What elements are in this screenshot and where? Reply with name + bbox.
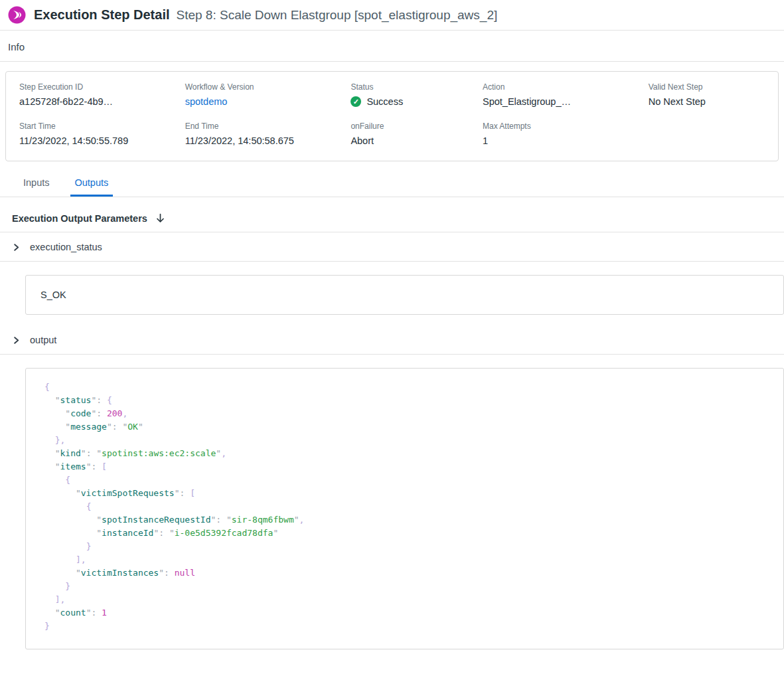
field-label: End Time: [185, 122, 351, 131]
workflow-link[interactable]: spotdemo: [185, 96, 228, 107]
field-action: Action Spot_Elastigroup_…: [483, 82, 649, 107]
field-value: Abort: [351, 135, 483, 146]
field-step-execution-id: Step Execution ID a125728f-6b22-4b9…: [19, 82, 185, 107]
field-workflow-version: Workflow & Version spotdemo: [185, 82, 351, 107]
output-parameters-title: Execution Output Parameters: [12, 213, 147, 224]
execution-status-value: S_OK: [25, 275, 784, 315]
header-titles: Execution Step Detail Step 8: Scale Down…: [34, 7, 497, 23]
tab-inputs[interactable]: Inputs: [19, 171, 54, 197]
output-json-box: { "status": { "code": 200, "message": "O…: [25, 368, 784, 649]
section-output[interactable]: output: [0, 325, 784, 355]
field-value: 11/23/2022, 14:50:55.789: [19, 135, 185, 146]
field-onfailure: onFailure Abort: [351, 122, 483, 146]
success-check-icon: ✓: [351, 96, 361, 107]
page-subtitle: Step 8: Scale Down Elastgroup [spot_elas…: [177, 8, 498, 23]
field-value: 11/23/2022, 14:50:58.675: [185, 135, 351, 146]
app-logo-icon: [8, 6, 26, 24]
field-label: Max Attempts: [483, 122, 649, 131]
info-heading: Info: [0, 31, 784, 62]
field-label: Valid Next Step: [649, 82, 773, 92]
field-valid-next-step: Valid Next Step No Next Step: [649, 82, 773, 107]
field-label: Action: [483, 82, 649, 92]
section-name[interactable]: execution_status: [30, 242, 102, 252]
field-status: Status ✓ Success: [351, 82, 483, 107]
page-title: Execution Step Detail: [34, 7, 170, 23]
app-header: Execution Step Detail Step 8: Scale Down…: [0, 0, 784, 31]
download-arrow-icon[interactable]: [155, 213, 165, 224]
field-end-time: End Time 11/23/2022, 14:50:58.675: [185, 122, 351, 146]
field-label: Start Time: [19, 122, 185, 131]
output-parameters-heading: Execution Output Parameters: [0, 203, 784, 232]
field-value: No Next Step: [649, 96, 773, 107]
chevron-right-icon[interactable]: [12, 243, 21, 252]
field-label: Status: [351, 82, 483, 92]
field-value: 1: [483, 135, 649, 146]
section-name[interactable]: output: [30, 335, 56, 345]
status-badge: Success: [366, 96, 403, 107]
json-output-viewer: { "status": { "code": 200, "message": "O…: [44, 380, 770, 633]
tab-outputs[interactable]: Outputs: [70, 171, 114, 197]
chevron-right-icon[interactable]: [12, 336, 21, 345]
field-value: Spot_Elastigroup_…: [483, 96, 649, 107]
field-max-attempts: Max Attempts 1: [483, 122, 649, 146]
section-execution-status[interactable]: execution_status: [0, 232, 784, 262]
field-label: Workflow & Version: [185, 82, 351, 92]
field-start-time: Start Time 11/23/2022, 14:50:55.789: [19, 122, 185, 146]
info-card: Step Execution ID a125728f-6b22-4b9… Wor…: [5, 71, 779, 161]
empty-cell: [649, 122, 773, 146]
page: Execution Step Detail Step 8: Scale Down…: [0, 0, 784, 676]
tab-bar: Inputs Outputs: [0, 171, 784, 197]
field-label: Step Execution ID: [19, 82, 185, 92]
field-value: a125728f-6b22-4b9…: [19, 96, 185, 107]
field-label: onFailure: [351, 122, 483, 131]
